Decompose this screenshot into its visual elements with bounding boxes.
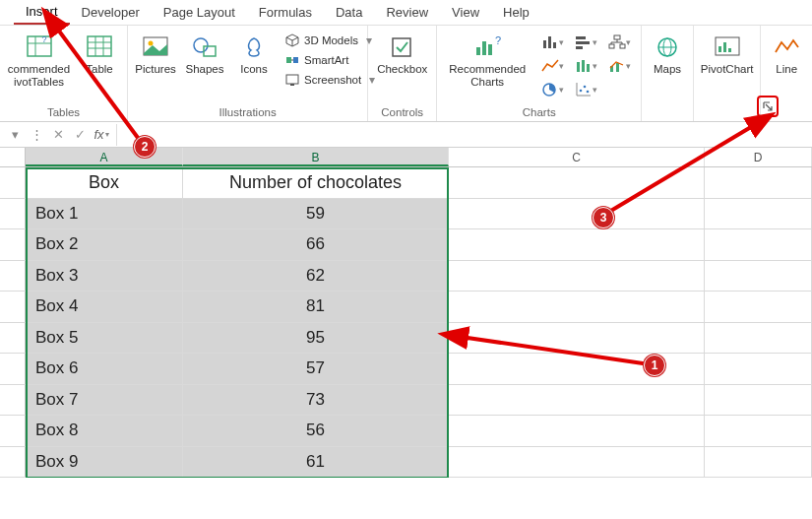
cell-c9[interactable]	[449, 416, 705, 446]
cell-d3[interactable]	[705, 229, 812, 260]
scatter-chart-icon[interactable]: ▾	[571, 79, 600, 100]
cell-a10[interactable]: Box 9	[26, 447, 183, 478]
line-chart-icon[interactable]: ▾	[537, 55, 567, 77]
group-label-charts: Charts	[443, 104, 635, 121]
cell-c4[interactable]	[449, 261, 705, 292]
svg-rect-29	[614, 35, 620, 39]
svg-rect-51	[718, 46, 721, 52]
svg-rect-4	[88, 36, 111, 56]
cell-d7[interactable]	[705, 354, 812, 384]
checkbox-button[interactable]: Checkbox	[374, 32, 430, 78]
svg-point-11	[194, 38, 208, 52]
cell-a2[interactable]: Box 1	[26, 199, 183, 229]
cell-c5[interactable]	[449, 292, 705, 322]
cancel-icon[interactable]: ✕	[47, 124, 69, 146]
cell-b10[interactable]: 61	[183, 447, 449, 478]
cell-b5[interactable]: 81	[183, 292, 449, 322]
col-header-b[interactable]: B	[183, 148, 449, 166]
cell-b6[interactable]: 95	[183, 323, 449, 354]
group-label-tables: Tables	[6, 104, 121, 121]
cell-c7[interactable]	[449, 354, 705, 384]
pie-chart-icon[interactable]: ▾	[537, 79, 567, 100]
pivotchart-button[interactable]: PivotChart	[700, 32, 755, 78]
combo-chart-icon[interactable]: ▾	[604, 55, 634, 77]
cell-d2[interactable]	[705, 199, 812, 229]
tab-formulas[interactable]: Formulas	[247, 2, 324, 24]
cell-a6[interactable]: Box 5	[26, 323, 183, 354]
maps-button[interactable]: Maps	[646, 32, 689, 78]
hierarchy-chart-icon[interactable]: ▾	[604, 32, 634, 53]
cell-b2[interactable]: 59	[183, 199, 449, 229]
tab-data[interactable]: Data	[324, 2, 374, 24]
cell-b8[interactable]: 73	[183, 385, 449, 416]
cell-c10[interactable]	[449, 447, 705, 478]
select-all-corner[interactable]	[0, 148, 26, 166]
col-header-d[interactable]: D	[705, 148, 812, 166]
bar-chart-icon[interactable]: ▾	[571, 32, 600, 53]
cell-b1[interactable]: Number of chocolates	[183, 167, 449, 198]
fx-button[interactable]: fx▾	[91, 124, 112, 146]
group-label-illustrations: Illustrations	[134, 104, 361, 121]
cell-d4[interactable]	[705, 261, 812, 292]
icons-button[interactable]: Icons	[232, 32, 276, 78]
cell-b4[interactable]: 62	[183, 261, 449, 292]
tab-page-layout[interactable]: Page Layout	[152, 2, 247, 24]
cell-a5[interactable]: Box 4	[26, 292, 183, 322]
svg-rect-24	[548, 36, 551, 48]
icons-icon	[240, 33, 268, 61]
tab-view[interactable]: View	[440, 2, 491, 24]
shapes-button[interactable]: Shapes	[183, 32, 226, 78]
worksheet-grid[interactable]: Box Number of chocolates Box 159Box 266B…	[0, 167, 812, 478]
cell-a3[interactable]: Box 2	[26, 229, 183, 260]
svg-rect-28	[576, 46, 583, 49]
table-button[interactable]: Table	[78, 32, 121, 78]
tab-help[interactable]: Help	[491, 2, 541, 24]
screenshot-button[interactable]: Screenshot▾	[281, 71, 378, 89]
pictures-button[interactable]: Pictures	[134, 32, 177, 78]
smartart-button[interactable]: SmartArt	[281, 51, 378, 69]
svg-point-45	[583, 86, 586, 89]
cell-c6[interactable]	[449, 323, 705, 354]
tab-insert[interactable]: Insert	[14, 1, 70, 25]
cell-a1[interactable]: Box	[26, 167, 183, 198]
cell-c2[interactable]	[449, 199, 705, 229]
recommended-pivot-tables-button[interactable]: ? commended ivotTables	[6, 32, 72, 91]
cell-d6[interactable]	[705, 323, 812, 354]
screenshot-icon	[284, 72, 300, 88]
cell-d8[interactable]	[705, 385, 812, 416]
more-charts-icon[interactable]	[604, 79, 634, 100]
col-header-c[interactable]: C	[449, 148, 705, 166]
recommended-charts-button[interactable]: ? Recommended Charts	[443, 32, 531, 91]
formula-bar: ▾ ⋮ ✕ ✓ fx▾	[0, 122, 812, 148]
tab-review[interactable]: Review	[374, 2, 440, 24]
sparkline-line-button[interactable]: Line	[765, 32, 808, 78]
enter-icon[interactable]: ✓	[69, 124, 91, 146]
cell-a9[interactable]: Box 8	[26, 416, 183, 446]
cell-a8[interactable]: Box 7	[26, 385, 183, 416]
cell-c1[interactable]	[449, 167, 705, 198]
cell-c8[interactable]	[449, 385, 705, 416]
smartart-icon	[284, 52, 300, 68]
3d-models-button[interactable]: 3D Models▾	[281, 32, 378, 49]
charts-dialog-launcher[interactable]	[757, 96, 779, 117]
cell-a4[interactable]: Box 3	[26, 261, 183, 292]
cell-d9[interactable]	[705, 416, 812, 446]
ribbon-tabs: Insert Developer Page Layout Formulas Da…	[0, 0, 812, 26]
tab-developer[interactable]: Developer	[70, 2, 152, 24]
cell-b7[interactable]: 57	[183, 354, 449, 384]
sparkline-icon	[773, 33, 800, 61]
cell-d10[interactable]	[705, 447, 812, 478]
formula-input[interactable]	[116, 124, 812, 146]
svg-rect-36	[577, 62, 580, 72]
stat-chart-icon[interactable]: ▾	[571, 55, 600, 77]
cell-a7[interactable]: Box 6	[26, 354, 183, 384]
cell-c3[interactable]	[449, 229, 705, 260]
cell-d5[interactable]	[705, 292, 812, 322]
cell-b3[interactable]: 66	[183, 229, 449, 260]
namebox-dropdown[interactable]: ▾	[4, 124, 26, 146]
cell-b9[interactable]: 56	[183, 416, 449, 446]
column-chart-icon[interactable]: ▾	[537, 32, 567, 53]
cell-d1[interactable]	[705, 167, 812, 198]
col-header-a[interactable]: A	[26, 148, 183, 166]
svg-rect-25	[553, 42, 556, 48]
